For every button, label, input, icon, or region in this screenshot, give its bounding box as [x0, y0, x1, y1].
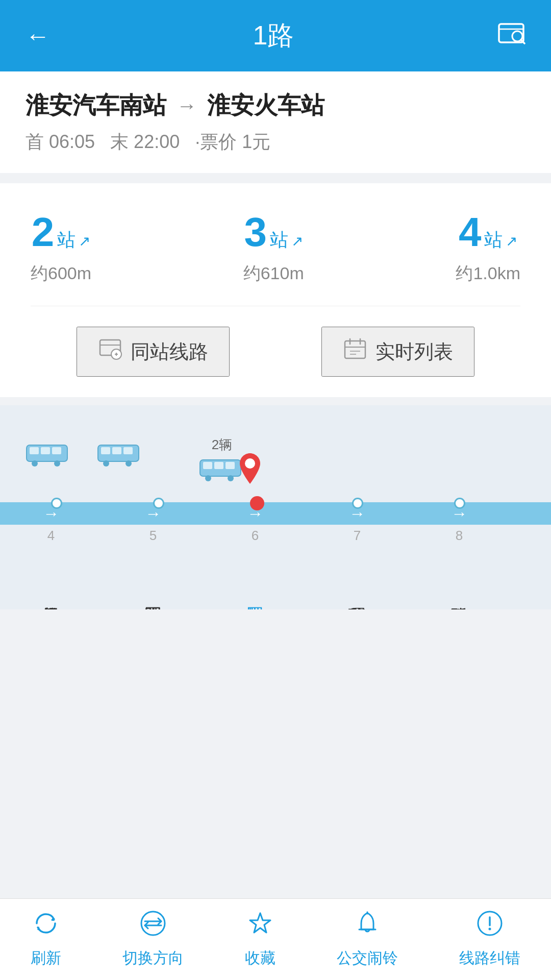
stop-name-6: 柯山花园 — [242, 548, 268, 609]
stop-name-5: 明光花园 — [140, 548, 166, 609]
vehicle-2 — [97, 441, 143, 467]
last-bus-time: 末 22:00 — [110, 131, 180, 152]
card-divider — [31, 306, 520, 306]
stop-num-5: 5 — [149, 528, 157, 544]
stop-circle-6 — [250, 496, 264, 510]
bus-count-row: 2 站 ↗ 约600m 3 站 ↗ 约610m 4 站 ↗ — [31, 209, 520, 285]
nav-refresh[interactable]: 刷新 — [31, 910, 61, 969]
nav-favorite-label: 收藏 — [245, 948, 276, 969]
stop-circle-5 — [153, 498, 164, 509]
vehicle-1 — [26, 441, 71, 467]
count-3-tick: ↗ — [291, 233, 303, 250]
stop-pin-5 — [153, 492, 164, 509]
count-2-stops: 2 — [32, 209, 55, 256]
nav-switch[interactable]: 切换方向 — [122, 910, 184, 969]
realtime-button[interactable]: 实时列表 — [321, 327, 474, 377]
track-arrows: → → → → → → → — [0, 502, 551, 525]
svg-rect-17 — [41, 447, 50, 454]
bus-count-card: 2 站 ↗ 约600m 3 站 ↗ 约610m 4 站 ↗ — [0, 183, 551, 397]
refresh-icon — [33, 910, 59, 943]
ticket-price: ·票价 1元 — [195, 131, 270, 152]
count-3-unit: 站 — [270, 228, 288, 253]
card-actions: 同站线路 实时列表 — [31, 316, 520, 382]
route-from: 淮安汽车南站 — [26, 90, 166, 121]
count-3-distance: 约610m — [243, 262, 304, 285]
svg-point-19 — [32, 460, 38, 467]
svg-rect-23 — [112, 447, 121, 454]
first-bus-time: 首 06:05 — [26, 131, 95, 152]
count-2-tick: ↗ — [79, 233, 90, 250]
same-stop-button[interactable]: 同站线路 — [77, 327, 230, 377]
vehicles-layer: 2辆 — [0, 436, 551, 502]
count-4-stops: 4 — [459, 209, 482, 256]
track-arrow-6: → — [510, 504, 551, 523]
svg-point-25 — [103, 460, 109, 467]
svg-point-26 — [126, 460, 132, 467]
svg-rect-16 — [30, 447, 39, 454]
stop-num-6: 6 — [252, 528, 259, 544]
stop-pin-6 — [250, 492, 264, 510]
stop-pin-7 — [352, 492, 363, 509]
bell-icon — [354, 910, 381, 943]
svg-rect-28 — [203, 462, 212, 469]
bus-count-item-3[interactable]: 3 站 ↗ 约610m — [243, 209, 304, 285]
stop-name-9: 前进路 — [548, 548, 552, 609]
svg-rect-24 — [123, 447, 133, 454]
stop-name-8: 延安路 — [446, 548, 472, 609]
stop-label-8: 8 延安路 — [408, 528, 510, 609]
timeline-section[interactable]: → → → → → → → — [0, 405, 551, 609]
map-icon[interactable] — [497, 22, 525, 50]
stop-name-7: 苏北航务管理处 — [344, 548, 370, 609]
svg-point-36 — [141, 912, 165, 935]
realtime-label: 实时列表 — [375, 339, 453, 365]
nav-favorite[interactable]: 收藏 — [245, 910, 276, 969]
svg-point-33 — [245, 458, 255, 469]
stop-label-9: 9 前进路 — [510, 528, 551, 609]
stop-pin-8 — [454, 492, 465, 509]
back-button[interactable]: ← — [26, 22, 50, 50]
stop-pin-4 — [51, 492, 62, 509]
route-info: 淮安汽车南站 → 淮安火车站 首 06:05 末 22:00 ·票价 1元 — [0, 71, 551, 173]
stop-circle-8 — [454, 498, 465, 509]
nav-error-label: 线路纠错 — [459, 948, 520, 969]
count-3-stops: 3 — [244, 209, 267, 256]
same-stop-icon — [98, 338, 122, 365]
stop-circle-7 — [352, 498, 363, 509]
nav-alarm[interactable]: 公交闹铃 — [337, 910, 398, 969]
svg-point-32 — [228, 475, 234, 481]
svg-rect-29 — [214, 462, 223, 469]
switch-icon — [140, 910, 166, 943]
stop-label-7: 7 苏北航务管理处 — [306, 528, 408, 609]
svg-point-20 — [54, 460, 60, 467]
route-to: 淮安火车站 — [207, 90, 324, 121]
stop-name-4: 公交城南停保场 — [38, 548, 64, 609]
svg-rect-18 — [52, 447, 61, 454]
bus-count-item-4[interactable]: 4 站 ↗ 约1.0km — [456, 209, 520, 285]
star-icon — [247, 910, 273, 943]
svg-point-44 — [489, 928, 491, 930]
stop-labels-row: 4 公交城南停保场 5 明光花园 6 柯山花园 7 苏北航务管理处 8 延安 — [0, 528, 551, 609]
stop-circle-4 — [51, 498, 62, 509]
error-icon — [477, 910, 503, 943]
vehicle-count-label: 2辆 — [212, 436, 232, 454]
stop-num-8: 8 — [456, 528, 463, 544]
count-4-tick: ↗ — [506, 233, 517, 250]
svg-rect-30 — [226, 462, 235, 469]
count-2-unit: 站 — [57, 228, 76, 253]
nav-alarm-label: 公交闹铃 — [337, 948, 398, 969]
nav-switch-label: 切换方向 — [122, 948, 184, 969]
stop-label-5: 5 明光花园 — [102, 528, 204, 609]
svg-marker-39 — [250, 913, 270, 933]
svg-rect-22 — [101, 447, 110, 454]
count-2-distance: 约600m — [31, 262, 91, 285]
route-times: 首 06:05 末 22:00 ·票价 1元 — [26, 130, 525, 155]
header: ← 1路 — [0, 0, 551, 71]
stop-label-6: 6 柯山花园 — [204, 528, 306, 609]
route-direction-arrow: → — [177, 94, 197, 117]
nav-error[interactable]: 线路纠错 — [459, 910, 520, 969]
bus-count-item-2[interactable]: 2 站 ↗ 约600m — [31, 209, 91, 285]
page-title: 1路 — [253, 18, 294, 54]
svg-point-31 — [205, 475, 211, 481]
same-stop-label: 同站线路 — [131, 339, 208, 365]
count-4-distance: 约1.0km — [456, 262, 520, 285]
